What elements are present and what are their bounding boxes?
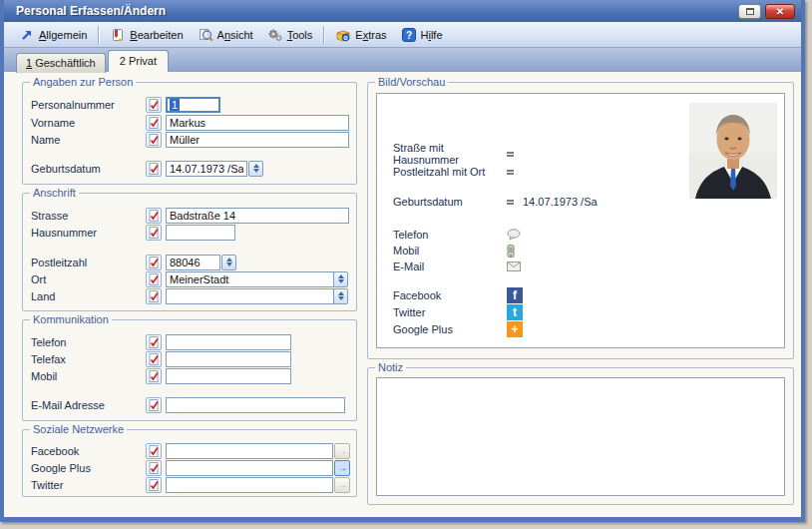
field-doc-check-button[interactable] [146,132,162,148]
name-input[interactable] [166,132,349,148]
telefax-input[interactable] [166,351,291,367]
field-doc-check-button[interactable] [146,443,162,459]
person-photo [689,103,777,199]
personalnummer-input[interactable]: 1 [166,97,220,113]
tab-geschaeftlich[interactable]: 1 Geschäftlich [16,53,106,73]
toolbar-item-hilfe[interactable]: ? Hilfe [394,24,450,46]
tab-privat[interactable]: 2 Privat [108,50,169,72]
group-title: Kommunikation [30,313,112,325]
toolbar-item-allgemein[interactable]: Allgemein [12,24,94,46]
facebook-input[interactable] [166,443,333,459]
field-doc-check-button[interactable] [146,368,162,384]
field-doc-check-button[interactable] [146,397,162,413]
field-doc-check-button[interactable] [146,208,162,224]
field-doc-check-button[interactable] [146,97,162,113]
restore-button[interactable] [738,4,761,19]
equals-icon [507,151,514,158]
toolbar-item-label: Hilfe [421,29,443,41]
field-label-telefon: Telefon [31,336,146,348]
doc-check-icon [149,99,160,111]
doc-check-icon [149,353,160,365]
group-title: Angaben zur Person [30,76,136,88]
geburtsdatum-input[interactable] [166,161,247,177]
spin-down-icon [338,296,344,300]
field-doc-check-button[interactable] [146,161,162,177]
field-label-twitter: Twitter [31,479,146,491]
field-doc-check-button[interactable] [146,225,162,241]
field-doc-check-button[interactable] [146,351,162,367]
field-label-postleitzahl: Postleitzahl [31,257,146,268]
googleplus-open-button[interactable]: → [334,460,350,476]
phone-bubble-icon [507,229,522,241]
doc-check-icon [149,462,160,474]
window-title: Personal Erfassen/Ändern [16,4,734,18]
arrow-right-icon: → [337,445,347,456]
hausnummer-input[interactable] [166,225,235,241]
doc-check-icon [149,273,160,285]
gears-icon [267,27,283,43]
notiz-textarea[interactable] [376,377,785,496]
spin-up-icon [338,291,344,295]
land-input[interactable] [166,288,334,304]
preview-facebook-label: Facebook [393,289,507,301]
toolbar-item-label: Bearbeiten [130,29,183,41]
extras-box-icon: o [335,27,351,43]
field-label-mobil: Mobil [31,370,146,382]
strasse-input[interactable] [166,208,349,224]
toolbar-item-extras[interactable]: o Extras [328,24,393,46]
twitter-open-button[interactable]: → [334,477,350,493]
telefon-input[interactable] [166,334,291,350]
vorname-input[interactable] [166,115,349,131]
preview-telefon-label: Telefon [393,229,507,241]
toolbar-item-label: Ansicht [217,29,253,41]
spin-down-icon [226,263,232,266]
facebook-open-button[interactable]: → [334,443,350,459]
land-spinner[interactable] [333,288,348,304]
toolbar-item-tools[interactable]: Tools [260,24,320,46]
ort-spinner[interactable] [333,271,348,287]
close-icon: ✕ [776,6,784,17]
email-input[interactable] [166,397,345,413]
preview-plz-label: Postleitzahl mit Ort [393,166,507,178]
ort-input[interactable] [166,271,334,287]
mobil-input[interactable] [166,368,291,384]
group-title: Soziale Netzwerke [30,423,127,435]
googleplus-input[interactable] [166,460,333,476]
arrow-up-right-icon [19,27,35,43]
field-doc-check-button[interactable] [146,288,162,304]
close-button[interactable]: ✕ [765,4,795,19]
field-doc-check-button[interactable] [146,115,162,131]
postleitzahl-input[interactable] [166,255,220,270]
doc-check-icon [149,336,160,348]
doc-check-icon [149,117,160,129]
googleplus-icon: + [507,321,523,337]
doc-check-icon [149,399,160,411]
arrow-right-icon: → [337,462,347,473]
svg-text:?: ? [405,30,411,41]
preview-email-label: E-Mail [393,261,507,272]
postleitzahl-spinner[interactable] [221,255,236,270]
field-doc-check-button[interactable] [146,460,162,476]
equals-icon [507,169,514,176]
geburtsdatum-spinner[interactable] [248,161,263,177]
twitter-icon: t [507,304,523,320]
spin-down-icon [253,169,259,173]
spin-up-icon [338,274,344,278]
toolbar-item-label: Extras [355,29,386,41]
field-doc-check-button[interactable] [146,334,162,350]
selected-text: 1 [170,99,180,111]
field-doc-check-button[interactable] [146,477,162,493]
twitter-input[interactable] [166,477,333,493]
toolbar-item-ansicht[interactable]: Ansicht [191,24,260,46]
group-bild-vorschau: Bild/Vorschau Straße mit Hausnummer Post… [367,82,794,359]
toolbar-item-bearbeiten[interactable]: Bearbeiten [103,24,190,46]
toolbar-separator [98,26,99,44]
help-icon: ? [401,27,417,43]
preview-mobil-label: Mobil [393,245,507,257]
field-doc-check-button[interactable] [146,255,162,270]
doc-check-icon [149,210,160,222]
field-label-telefax: Telefax [31,353,146,365]
toolbar-separator [323,26,324,44]
field-doc-check-button[interactable] [146,271,162,287]
preview-geburtsdatum-value: 14.07.1973 /Sa [523,196,598,208]
